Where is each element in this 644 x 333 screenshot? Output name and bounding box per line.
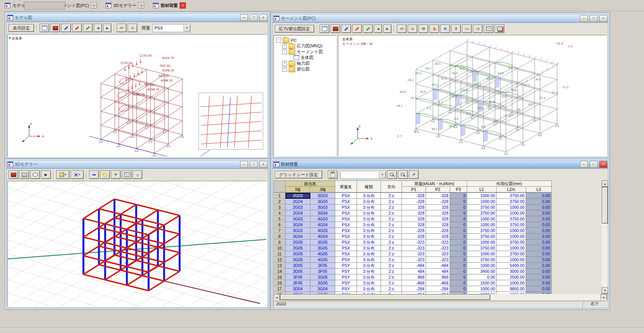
minimize-button[interactable]: ─: [580, 15, 588, 22]
cell-l2n[interactable]: 1000.00: [497, 210, 526, 216]
cell-load-name[interactable]: PSY: [335, 292, 357, 294]
cell-kind[interactable]: 3:分布: [357, 274, 381, 280]
cell-i-end[interactable]: 2G05: [286, 245, 310, 251]
cell-l1[interactable]: 1000.00: [467, 193, 497, 199]
cell-l3[interactable]: 0.00: [526, 228, 552, 234]
cell-l2n[interactable]: 1000.00: [497, 245, 526, 251]
minimize-button[interactable]: ─: [580, 161, 588, 168]
cell-i-end[interactable]: 2G04: [286, 199, 310, 205]
cell-direction[interactable]: 2:z: [381, 251, 402, 257]
grid-rows-viewport[interactable]: 12G033G03PSX3:分布2:z-328-32801000.003750.…: [274, 193, 601, 294]
cell-l2n[interactable]: 2500.00: [497, 274, 526, 280]
cell-p3[interactable]: 0: [450, 245, 467, 251]
axis-display-icon[interactable]: [89, 170, 99, 179]
cell-direction[interactable]: 2:z: [381, 210, 402, 216]
cell-kind[interactable]: 3:分布: [357, 251, 381, 257]
cell-p2[interactable]: 328: [426, 222, 450, 228]
vertical-scrollbar[interactable]: ▲ ▼: [602, 180, 608, 294]
row-number-cell[interactable]: 8: [274, 234, 286, 239]
cell-l2n[interactable]: 9850.00: [497, 292, 526, 294]
cell-p2[interactable]: 328: [426, 205, 450, 210]
pen-green-icon[interactable]: [83, 24, 93, 32]
cell-p1[interactable]: 328: [402, 210, 426, 216]
cell-p3[interactable]: 0: [450, 216, 467, 222]
cell-p1[interactable]: 328: [402, 222, 426, 228]
cell-l1[interactable]: 3750.00: [467, 210, 497, 216]
cell-p1[interactable]: -484: [402, 263, 426, 269]
cell-l1[interactable]: 1000.00: [467, 286, 497, 292]
tree-expander[interactable]: +: [282, 67, 287, 72]
cell-kind[interactable]: 3:分布: [357, 286, 381, 292]
close-button[interactable]: ×: [260, 14, 267, 21]
cell-l1[interactable]: 3400.00: [467, 269, 497, 274]
cell-l3[interactable]: 0.00: [526, 274, 552, 280]
cell-l2n[interactable]: 3750.00: [497, 199, 526, 205]
tab-close-button[interactable]: ×: [138, 2, 144, 9]
cell-load-name[interactable]: PSX: [335, 245, 357, 251]
cell-l1[interactable]: 1000.00: [467, 239, 497, 245]
vertical-scroll-thumb[interactable]: [602, 187, 608, 224]
cell-j-end[interactable]: 3G03: [310, 193, 335, 199]
cell-direction[interactable]: 2:z: [381, 257, 402, 263]
cell-load-name[interactable]: PSX: [335, 257, 357, 263]
model-titlebar[interactable]: モデル図 ─ □ ×: [6, 13, 268, 22]
cell-l1[interactable]: 3750.00: [467, 245, 497, 251]
cell-i-end[interactable]: 3D04: [286, 286, 310, 292]
maximize-button[interactable]: □: [250, 14, 258, 21]
tree-item-PC[interactable]: -PC: [275, 37, 335, 43]
cell-i-end[interactable]: 3G03: [286, 216, 310, 222]
cell-load-name[interactable]: PSY: [335, 274, 357, 280]
close-button[interactable]: ×: [260, 161, 267, 168]
cell-load-name[interactable]: PSX: [335, 251, 357, 257]
ellipse-tool-icon[interactable]: [30, 170, 40, 179]
cell-l2n[interactable]: 3750.00: [497, 193, 526, 199]
shear-diagram-icon[interactable]: Q: [429, 24, 439, 33]
load-select[interactable]: PSX ▼: [152, 24, 190, 32]
cell-load-name[interactable]: PSY: [335, 280, 357, 286]
tab-close-button[interactable]: ×: [91, 2, 97, 9]
cell-p3[interactable]: 0: [450, 222, 467, 228]
search-icon[interactable]: [387, 170, 397, 179]
minimize-button[interactable]: ─: [240, 161, 248, 168]
cell-p2[interactable]: -323: [426, 245, 450, 251]
screen-gray-icon[interactable]: [19, 170, 29, 179]
cell-i-end[interactable]: 3F05: [286, 280, 310, 286]
cell-p2[interactable]: 868: [426, 274, 450, 280]
cell-kind[interactable]: 3:分布: [357, 234, 381, 239]
cell-l2n[interactable]: 3750.00: [497, 251, 526, 257]
cell-p3[interactable]: 0: [450, 269, 467, 274]
pen-red-icon[interactable]: [72, 24, 82, 32]
row-number-cell[interactable]: 7: [274, 228, 286, 234]
maximize-button[interactable]: □: [590, 161, 597, 168]
modeler-canvas[interactable]: [7, 181, 267, 307]
cell-l2n[interactable]: 1000.00: [497, 280, 526, 286]
cell-i-end[interactable]: 3F05: [286, 274, 310, 280]
cell-load-name[interactable]: PSY: [335, 263, 357, 269]
search-combo[interactable]: ▼: [340, 171, 386, 179]
cell-j-end[interactable]: 3G04: [310, 286, 335, 292]
cell-kind[interactable]: 3:分布: [357, 280, 381, 286]
cell-p1[interactable]: -284: [402, 286, 426, 292]
cell-l3[interactable]: 0.00: [526, 239, 552, 245]
font-larger-icon[interactable]: A+: [397, 24, 407, 33]
cell-j-end[interactable]: 3G05: [310, 245, 335, 251]
cell-l1[interactable]: 0.00: [467, 274, 497, 280]
cell-direction[interactable]: 2:z: [381, 263, 402, 269]
font-smaller-icon[interactable]: A-: [128, 24, 137, 32]
cell-l3[interactable]: 0.00: [526, 257, 552, 263]
cell-j-end[interactable]: 4G04: [310, 222, 335, 228]
pen-red-icon[interactable]: [352, 24, 362, 33]
cell-kind[interactable]: 3:分布: [357, 216, 381, 222]
cell-l2n[interactable]: 1000.00: [497, 228, 526, 234]
cell-j-end[interactable]: 3F05: [310, 263, 335, 269]
cell-j-end[interactable]: 3G04: [310, 199, 335, 205]
pen-green-icon[interactable]: [363, 24, 373, 33]
cell-direction[interactable]: 2:z: [381, 199, 402, 205]
cell-p1[interactable]: 868: [402, 274, 426, 280]
cell-l1[interactable]: 3750.00: [467, 228, 497, 234]
decimal-format-icon[interactable]: 0.0: [462, 24, 472, 33]
maximize-button[interactable]: □: [590, 15, 597, 22]
cell-l1[interactable]: 3750.00: [467, 205, 497, 210]
diagram-settings-icon[interactable]: [495, 24, 504, 33]
prev-load-icon[interactable]: ◀: [94, 24, 102, 32]
